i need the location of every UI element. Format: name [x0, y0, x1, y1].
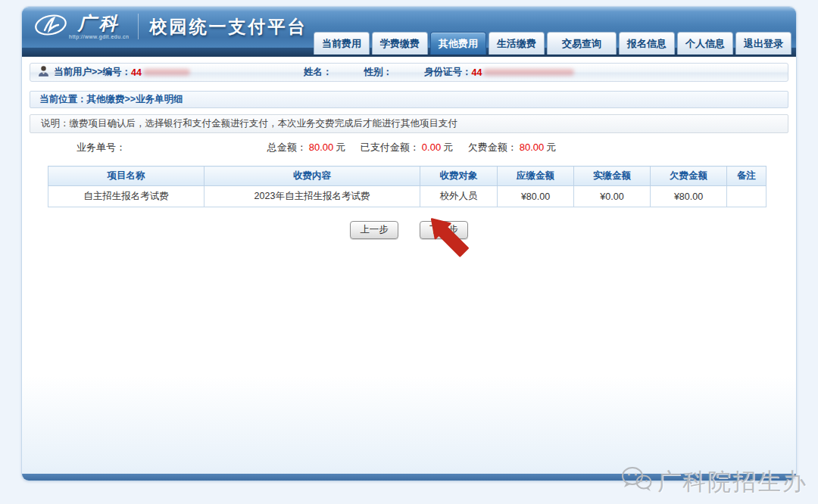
logo-url: http://www.gdit.edu.cn	[69, 34, 129, 39]
previous-step-button[interactable]: 上一步	[350, 221, 398, 239]
idcard-label: 身份证号：	[424, 66, 472, 79]
cell-remarks	[727, 186, 766, 207]
nav-tabs: 当前费用 学费缴费 其他费用 生活缴费 交易查询 报名信息 个人信息 退出登录	[314, 32, 791, 54]
gender-label: 性别：	[364, 66, 393, 79]
total-amount-value: 80.00	[309, 142, 334, 153]
header: 广科 http://www.gdit.edu.cn 校园统一支付平台 当前费用 …	[22, 7, 796, 48]
fee-table: 项目名称 收费内容 收费对象 应缴金额 实缴金额 欠费金额 备注 自主招生报名考…	[48, 166, 766, 207]
total-amount-label: 总金额：	[267, 142, 307, 153]
logo-swoosh-icon	[34, 12, 67, 41]
main-panel: 广科 http://www.gdit.edu.cn 校园统一支付平台 当前费用 …	[21, 6, 797, 481]
cell-project-name: 自主招生报名考试费	[48, 186, 204, 207]
col-remarks: 备注	[727, 166, 766, 186]
order-number-label: 业务单号：	[76, 141, 126, 154]
redaction-smudge	[483, 69, 574, 76]
owed-amount-label: 欠费金额：	[468, 142, 517, 153]
cell-fee-target: 校外人员	[420, 186, 498, 207]
owed-amount-value: 80.00	[520, 142, 545, 153]
cell-amount-paid: ¥0.00	[574, 186, 651, 207]
user-id-label: 编号：	[103, 66, 132, 79]
col-fee-target: 收费对象	[420, 166, 498, 186]
amounts-summary: 总金额：80.00元 已支付金额：0.00元 欠费金额：80.00元	[126, 141, 788, 154]
col-fee-content: 收费内容	[204, 166, 420, 186]
user-info-bar: 当前用户>> 编号： 44 姓名： 性别： 身份证号： 44	[30, 63, 788, 82]
unit-yuan: 元	[546, 142, 556, 153]
cell-amount-owed: ¥80.00	[651, 186, 727, 207]
redaction-smudge	[143, 69, 190, 76]
cell-fee-content: 2023年自主招生报名考试费	[204, 186, 420, 207]
tab-current-fees[interactable]: 当前费用	[314, 32, 370, 54]
logo-separator	[138, 14, 139, 39]
col-amount-owed: 欠费金额	[651, 166, 727, 186]
page-title: 校园统一支付平台	[149, 15, 307, 39]
idcard-value: 44	[472, 67, 482, 78]
tab-personal-info[interactable]: 个人信息	[677, 32, 733, 54]
breadcrumb: 当前位置：其他缴费>>业务单明细	[30, 91, 788, 108]
cell-amount-due: ¥80.00	[498, 186, 574, 207]
tab-logout[interactable]: 退出登录	[735, 32, 791, 54]
col-amount-paid: 实缴金额	[574, 166, 651, 186]
paid-amount-value: 0.00	[422, 142, 441, 153]
logo-text: 广科	[78, 14, 120, 33]
red-pointer-arrow-icon	[426, 216, 479, 268]
current-user-label: 当前用户>>	[54, 66, 103, 79]
table-row: 自主招生报名考试费 2023年自主招生报名考试费 校外人员 ¥80.00 ¥0.…	[48, 186, 766, 207]
tab-living-payment[interactable]: 生活缴费	[489, 32, 545, 54]
col-amount-due: 应缴金额	[498, 166, 574, 186]
unit-yuan: 元	[443, 142, 453, 153]
user-id-value: 44	[131, 67, 142, 78]
paid-amount-label: 已支付金额：	[361, 142, 420, 153]
table-header-row: 项目名称 收费内容 收费对象 应缴金额 实缴金额 欠费金额 备注	[48, 166, 766, 186]
user-avatar-icon	[38, 65, 49, 79]
tab-registration-info[interactable]: 报名信息	[619, 32, 675, 54]
logo: 广科 http://www.gdit.edu.cn 校园统一支付平台	[34, 12, 307, 41]
tab-other-fees[interactable]: 其他费用	[430, 32, 486, 54]
col-project-name: 项目名称	[48, 166, 204, 186]
step-buttons-row: 上一步 下一步	[22, 221, 796, 239]
unit-yuan: 元	[336, 142, 345, 153]
order-summary-row: 业务单号： 总金额：80.00元 已支付金额：0.00元 欠费金额：80.00元	[30, 138, 788, 157]
name-label: 姓名：	[304, 66, 333, 79]
tab-transaction-query[interactable]: 交易查询	[547, 32, 617, 54]
notice-text: 说明：缴费项目确认后，选择银行和支付金额进行支付，本次业务交费完成后才能进行其他…	[30, 114, 788, 133]
panel-bottom-bar	[22, 474, 796, 481]
tab-tuition-payment[interactable]: 学费缴费	[372, 32, 428, 54]
